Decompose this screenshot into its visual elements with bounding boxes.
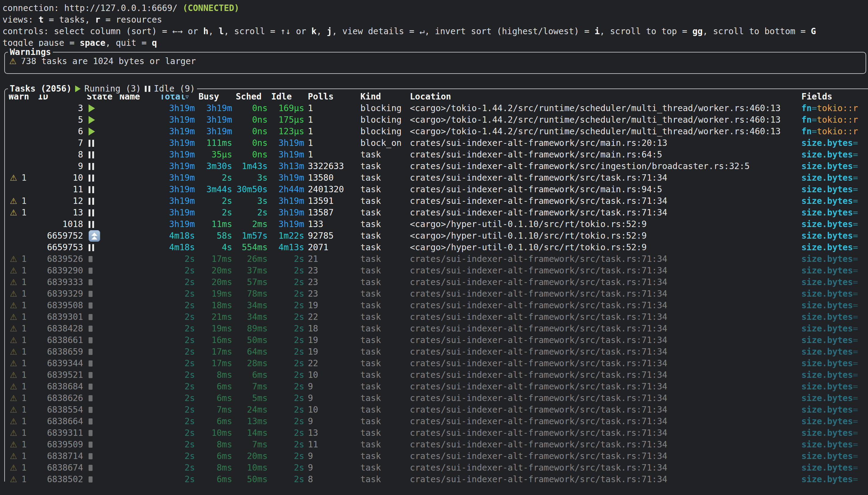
task-row[interactable]: 10183h19m11ms2ms3h19m133task<cargo>/hype…	[5, 219, 868, 230]
cell-task-id: 6839526	[38, 253, 83, 265]
task-row[interactable]: 66597534m18s4s554ms4m13s2071task<cargo>/…	[5, 242, 868, 253]
task-row[interactable]: 113h19m3m44s30m50s2h44m2401320taskcrates…	[5, 184, 868, 195]
cell-kind: task	[361, 462, 406, 474]
cell-kind: task	[361, 450, 406, 462]
cell-state	[87, 114, 116, 126]
cell-total: 3h19m	[160, 126, 195, 137]
cell-kind: blocking	[361, 114, 406, 126]
cell-polls: 13580	[308, 172, 357, 184]
cell-fields: size.bytes=	[801, 404, 868, 416]
key-hint: k	[311, 26, 316, 36]
task-row[interactable]: ⚠168393442s17ms28ms2s22taskcrates/sui-in…	[5, 358, 868, 369]
task-row[interactable]: ⚠168386742s8ms10ms2s9taskcrates/sui-inde…	[5, 462, 868, 474]
cell-state	[87, 126, 116, 137]
task-row[interactable]: ⚠168395092s8ms7ms2s11taskcrates/sui-inde…	[5, 439, 868, 450]
task-row[interactable]: ⚠168393112s10ms14ms2s13taskcrates/sui-in…	[5, 427, 868, 439]
task-row[interactable]: ⚠1133h19m2s2s3h19m13587taskcrates/sui-in…	[5, 207, 868, 219]
cell-busy: 35µs	[199, 149, 232, 160]
cell-warn: ⚠1	[9, 381, 34, 392]
column-header-kind[interactable]: Kind	[361, 91, 406, 103]
column-header-sched[interactable]: Sched	[236, 91, 268, 103]
task-row[interactable]: ⚠168386842s6ms7ms2s9taskcrates/sui-index…	[5, 381, 868, 392]
warning-icon: ⚠	[10, 474, 17, 485]
cell-busy: 2s	[199, 172, 232, 184]
task-row[interactable]: ⚠168386642s6ms13ms2s9taskcrates/sui-inde…	[5, 416, 868, 427]
cell-polls: 13591	[308, 195, 357, 207]
warning-icon: ⚠	[10, 462, 17, 474]
help-text: views:	[2, 15, 38, 25]
cell-total: 2s	[160, 404, 195, 416]
cell-kind: task	[361, 311, 406, 323]
field-key: size.bytes	[801, 300, 853, 310]
cell-busy: 17ms	[199, 253, 232, 265]
warn-count: 1	[21, 474, 27, 485]
cell-warn: ⚠1	[9, 172, 34, 184]
cell-idle: 3h13m	[271, 160, 304, 172]
cell-name	[119, 404, 156, 416]
task-row[interactable]: ⚠168386612s16ms50ms2s19taskcrates/sui-in…	[5, 335, 868, 346]
warn-count: 1	[21, 265, 27, 276]
task-row[interactable]: ⚠168395262s17ms26ms2s21taskcrates/sui-in…	[5, 253, 868, 265]
task-row[interactable]: ⚠168392902s20ms37ms2s23taskcrates/sui-in…	[5, 265, 868, 276]
column-header-label: Location	[410, 91, 451, 102]
cell-location: <cargo>/tokio-1.44.2/src/runtime/schedul…	[410, 114, 798, 126]
cell-busy: 21ms	[199, 311, 232, 323]
cell-name	[119, 462, 156, 474]
column-header-idle[interactable]: Idle	[271, 91, 304, 103]
cell-sched: 10ms	[236, 462, 268, 474]
completed-state-icon	[88, 256, 93, 262]
column-header-fields[interactable]: Fields	[801, 91, 868, 103]
task-row[interactable]: ⚠168395082s18ms34ms2s19taskcrates/sui-in…	[5, 300, 868, 311]
cell-sched: 5ms	[236, 392, 268, 404]
key-hint: t	[38, 15, 44, 25]
task-row[interactable]: ⚠168395212s8ms6ms2s10taskcrates/sui-inde…	[5, 369, 868, 381]
cell-busy: 2s	[199, 195, 232, 207]
column-header-label: Busy	[199, 91, 219, 102]
cell-kind: task	[361, 253, 406, 265]
cell-idle: 2s	[271, 381, 304, 392]
task-row[interactable]: ⚠168393012s21ms34ms2s22taskcrates/sui-in…	[5, 311, 868, 323]
cell-task-id: 6838664	[38, 416, 83, 427]
cell-polls: 10	[308, 404, 357, 416]
warn-count: 1	[21, 358, 27, 369]
task-row[interactable]: ⚠168384282s19ms89ms2s18taskcrates/sui-in…	[5, 323, 868, 335]
task-row[interactable]: ⚠168386262s6ms5ms2s9taskcrates/sui-index…	[5, 392, 868, 404]
cell-state	[87, 230, 116, 242]
task-row[interactable]: ⚠168385542s7ms24ms2s10taskcrates/sui-ind…	[5, 404, 868, 416]
column-header-polls[interactable]: Polls	[308, 91, 357, 103]
cell-busy: 6ms	[199, 381, 232, 392]
column-header-location[interactable]: Location	[410, 91, 798, 103]
cell-idle: 3h19m	[271, 172, 304, 184]
cell-idle: 3h19m	[271, 137, 304, 149]
task-row[interactable]: 73h19m111ms0ns3h19m1block_oncrates/sui-i…	[5, 137, 868, 149]
cell-name	[119, 381, 156, 392]
completed-state-icon	[88, 303, 93, 309]
cell-fields: size.bytes=	[801, 474, 868, 485]
cell-warn	[9, 242, 34, 253]
task-row[interactable]: ⚠168386592s17ms64ms2s19taskcrates/sui-in…	[5, 346, 868, 358]
cell-task-id: 6839344	[38, 358, 83, 369]
task-row[interactable]: 93h19m3m30s1m43s3h13m3322633taskcrates/s…	[5, 160, 868, 172]
task-row[interactable]: 63h19m3h19m0ns123µs1blocking<cargo>/toki…	[5, 126, 868, 137]
cell-polls: 9	[308, 416, 357, 427]
task-row[interactable]: 83h19m35µs0ns3h19m1taskcrates/sui-indexe…	[5, 149, 868, 160]
warning-item: ⚠ 738 tasks are 1024 bytes or larger	[9, 55, 862, 67]
cell-warn: ⚠1	[9, 265, 34, 276]
cell-total: 2s	[160, 276, 195, 288]
column-header-busy[interactable]: Busy	[199, 91, 232, 103]
running-state-icon	[88, 116, 95, 124]
task-row[interactable]: 33h19m3h19m0ns169µs1blocking<cargo>/toki…	[5, 103, 868, 114]
task-row[interactable]: ⚠1103h19m2s3s3h19m13580taskcrates/sui-in…	[5, 172, 868, 184]
task-row[interactable]: 53h19m3h19m0ns175µs1blocking<cargo>/toki…	[5, 114, 868, 126]
cell-warn: ⚠1	[9, 439, 34, 450]
task-row[interactable]: 66597524m18s58s1m57s1m22s92785task<cargo…	[5, 230, 868, 242]
cell-idle: 3h19m	[271, 207, 304, 219]
task-row[interactable]: ⚠168387142s6ms20ms2s9taskcrates/sui-inde…	[5, 450, 868, 462]
task-row[interactable]: ⚠1123h19m2s3s3h19m13591taskcrates/sui-in…	[5, 195, 868, 207]
task-row[interactable]: ⚠168385022s6ms50ms2s8taskcrates/sui-inde…	[5, 474, 868, 485]
cell-busy: 4s	[199, 242, 232, 253]
task-row[interactable]: ⚠168393292s19ms78ms2s23taskcrates/sui-in…	[5, 288, 868, 300]
cell-polls: 133	[308, 219, 357, 230]
cell-task-id: 6838554	[38, 404, 83, 416]
task-row[interactable]: ⚠168393332s20ms57ms2s23taskcrates/sui-in…	[5, 276, 868, 288]
